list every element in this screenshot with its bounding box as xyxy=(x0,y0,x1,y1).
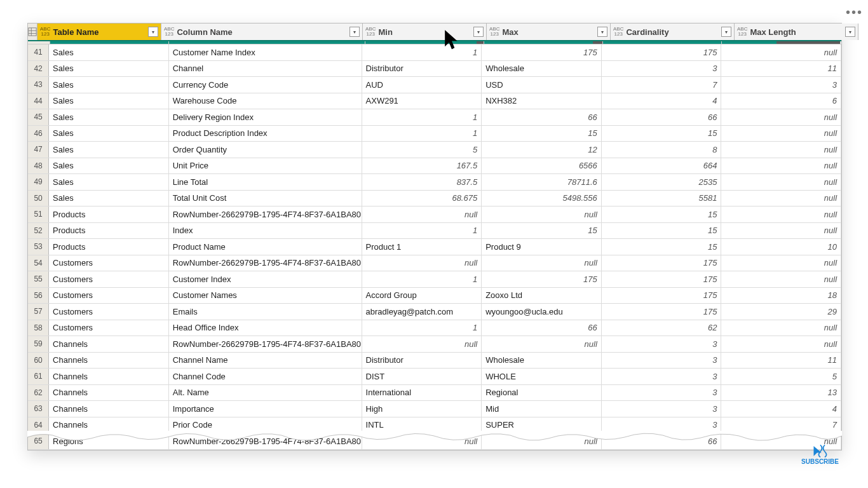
cell[interactable]: null xyxy=(721,336,841,352)
cell[interactable]: null xyxy=(721,126,841,142)
cell[interactable]: abradleyag@patch.com xyxy=(362,304,482,320)
filter-dropdown-button[interactable]: ▾ xyxy=(148,27,158,37)
cell[interactable]: 8 xyxy=(602,142,722,158)
filter-dropdown-button[interactable]: ▾ xyxy=(597,27,607,37)
row-number[interactable]: 54 xyxy=(28,255,49,271)
filter-dropdown-button[interactable]: ▾ xyxy=(473,27,484,37)
cell[interactable]: Sales xyxy=(49,142,169,158)
cell[interactable]: Index xyxy=(169,223,362,239)
table-row[interactable]: 60ChannelsChannel NameDistributorWholesa… xyxy=(28,353,841,369)
cell[interactable]: Sales xyxy=(49,77,169,93)
cell[interactable]: Sales xyxy=(49,126,169,142)
table-row[interactable]: 49SalesLine Total837.578711.62535null xyxy=(28,174,841,191)
cell[interactable]: High xyxy=(362,401,482,417)
cell[interactable]: Product 1 xyxy=(362,239,482,255)
row-number[interactable]: 57 xyxy=(28,304,49,320)
cell[interactable]: null xyxy=(721,255,841,271)
cell[interactable]: RowNumber-2662979B-1795-4F74-8F37-6A1BA8… xyxy=(169,336,362,352)
table-row[interactable]: 42SalesChannelDistributorWholesale311 xyxy=(28,61,841,78)
cell[interactable]: 1 xyxy=(362,320,482,336)
cell[interactable]: Customers xyxy=(49,288,169,304)
cell[interactable]: Delivery Region Index xyxy=(169,109,362,125)
cell[interactable]: 175 xyxy=(602,44,722,60)
cell[interactable]: 15 xyxy=(602,126,722,142)
cell[interactable]: 15 xyxy=(602,223,722,239)
cell[interactable]: Product 9 xyxy=(482,239,602,255)
cell[interactable]: Sales xyxy=(49,191,169,207)
table-row[interactable]: 55CustomersCustomer Index1175175null xyxy=(28,271,841,288)
row-number[interactable]: 58 xyxy=(28,320,49,336)
row-number[interactable]: 48 xyxy=(28,158,49,174)
cell[interactable]: 175 xyxy=(482,271,602,287)
table-row[interactable]: 62ChannelsAlt. NameInternationalRegional… xyxy=(28,385,841,402)
cell[interactable]: 29 xyxy=(721,304,841,320)
cell[interactable]: USD xyxy=(482,77,602,93)
row-number[interactable]: 59 xyxy=(28,336,49,352)
cell[interactable]: Customers xyxy=(49,320,169,336)
cell[interactable]: 66 xyxy=(602,109,722,125)
table-row[interactable]: 51ProductsRowNumber-2662979B-1795-4F74-8… xyxy=(28,207,841,223)
cell[interactable]: Zooxo Ltd xyxy=(482,288,602,304)
column-header-column-name[interactable]: ABC123Column Name▾ xyxy=(161,24,363,40)
table-row[interactable]: 63ChannelsImportanceHighMid34 xyxy=(28,401,841,417)
cell[interactable]: 15 xyxy=(482,126,602,142)
row-number[interactable]: 45 xyxy=(28,109,49,125)
cell[interactable]: wyoungoo@ucla.edu xyxy=(482,304,602,320)
cell[interactable]: 7 xyxy=(602,77,722,93)
cell[interactable]: 664 xyxy=(602,158,722,174)
cell[interactable]: null xyxy=(721,174,841,190)
cell[interactable]: null xyxy=(721,142,841,158)
table-row[interactable]: 53ProductsProduct NameProduct 1Product 9… xyxy=(28,239,841,255)
cell[interactable]: Customer Index xyxy=(169,271,362,287)
cell[interactable]: Wholesale xyxy=(482,353,602,369)
cell[interactable]: Accord Group xyxy=(362,288,482,304)
cell[interactable]: 78711.6 xyxy=(482,174,602,190)
cell[interactable]: 3 xyxy=(721,77,841,93)
cell[interactable]: Unit Price xyxy=(169,158,362,174)
cell[interactable]: AUD xyxy=(362,77,482,93)
cell[interactable]: Sales xyxy=(49,44,169,60)
cell[interactable]: null xyxy=(721,158,841,174)
cell[interactable]: Wholesale xyxy=(482,61,602,77)
cell[interactable]: 62 xyxy=(602,320,722,336)
cell[interactable]: Channels xyxy=(49,369,169,384)
cell[interactable]: International xyxy=(362,385,482,401)
table-row[interactable]: 57CustomersEmailsabradleyag@patch.comwyo… xyxy=(28,304,841,320)
cell[interactable]: Products xyxy=(49,223,169,239)
table-row[interactable]: 43SalesCurrency CodeAUDUSD73 xyxy=(28,77,841,93)
cell[interactable]: null xyxy=(721,191,841,207)
cell[interactable]: Order Quantity xyxy=(169,142,362,158)
table-row[interactable]: 54CustomersRowNumber-2662979B-1795-4F74-… xyxy=(28,255,841,272)
cell[interactable]: 175 xyxy=(482,44,602,60)
select-all-cell[interactable] xyxy=(28,24,37,40)
cell[interactable]: 1 xyxy=(362,271,482,287)
cell[interactable]: 175 xyxy=(602,271,722,287)
cell[interactable]: Customer Names xyxy=(169,288,362,304)
cell[interactable]: null xyxy=(482,255,602,271)
cell[interactable]: 1 xyxy=(362,44,482,60)
cell[interactable]: AXW291 xyxy=(362,93,482,109)
cell[interactable]: Currency Code xyxy=(169,77,362,93)
subscribe-badge[interactable]: SUBSCRIBE xyxy=(801,443,839,465)
cell[interactable]: Channels xyxy=(49,336,169,352)
cell[interactable]: 3 xyxy=(602,401,722,417)
cell[interactable]: 167.5 xyxy=(362,158,482,174)
table-row[interactable]: 56CustomersCustomer NamesAccord GroupZoo… xyxy=(28,288,841,304)
cell[interactable]: 5 xyxy=(721,369,841,384)
cell[interactable]: Sales xyxy=(49,93,169,109)
cell[interactable]: Channel xyxy=(169,61,362,77)
filter-dropdown-button[interactable]: ▾ xyxy=(721,27,731,37)
cell[interactable]: Regional xyxy=(482,385,602,401)
row-number[interactable]: 41 xyxy=(28,44,49,60)
cell[interactable]: Sales xyxy=(49,61,169,77)
cell[interactable]: 15 xyxy=(602,239,722,255)
row-number[interactable]: 53 xyxy=(28,239,49,255)
cell[interactable]: 2535 xyxy=(602,174,722,190)
cell[interactable]: Customers xyxy=(49,255,169,271)
cell[interactable]: 4 xyxy=(721,401,841,417)
table-row[interactable]: 47SalesOrder Quantity5128null xyxy=(28,142,841,158)
cell[interactable]: RowNumber-2662979B-1795-4F74-8F37-6A1BA8… xyxy=(169,207,362,222)
row-number[interactable]: 44 xyxy=(28,93,49,109)
cell[interactable]: Sales xyxy=(49,109,169,125)
table-row[interactable]: 48SalesUnit Price167.56566664null xyxy=(28,158,841,175)
